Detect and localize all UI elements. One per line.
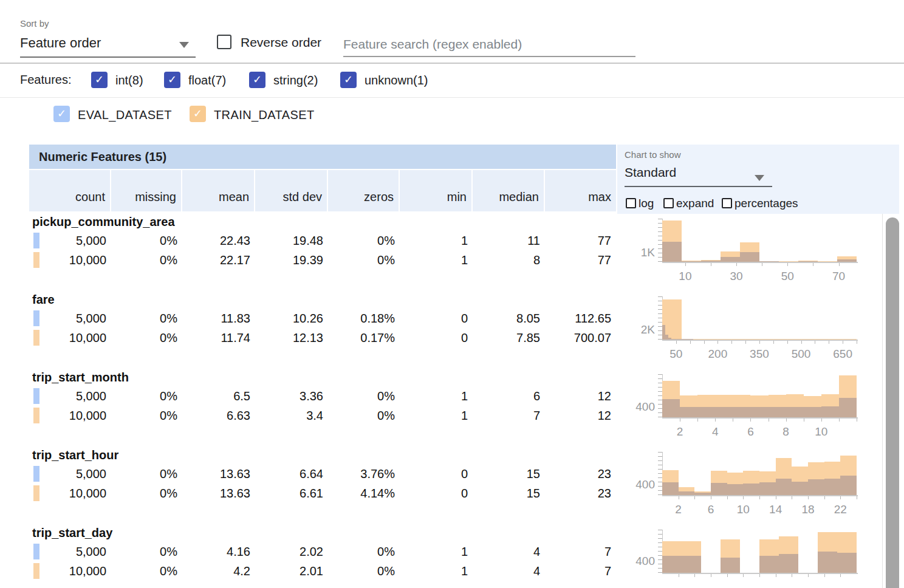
x-axis-tick: [804, 419, 804, 422]
dataset-color-swatch: [33, 408, 39, 423]
x-axis-tick: [697, 419, 698, 422]
stat-cell: 1: [400, 406, 473, 425]
x-axis-tick: [759, 341, 760, 344]
feature-stats-table: pickup_community_area5,0000%22.4319.480%…: [29, 214, 616, 588]
stat-cell: 0.17%: [328, 328, 400, 347]
stat-cell: 5,000: [29, 231, 111, 250]
hist-bar: [792, 482, 808, 495]
filter-checkbox-unknown[interactable]: [340, 72, 357, 88]
x-axis-tick: [733, 419, 733, 422]
feature-block-pickup_community_area: pickup_community_area5,0000%22.4319.480%…: [29, 214, 616, 292]
stat-cell: 22.43: [182, 231, 255, 250]
y-axis-tick: [658, 400, 662, 400]
y-axis-tick: [658, 248, 662, 249]
stat-cell: 11.74: [182, 328, 255, 347]
stat-cell: 0%: [111, 464, 182, 484]
x-axis-tick: [829, 341, 829, 344]
stat-cell: 12.13: [255, 328, 328, 347]
stat-cell: 0.18%: [328, 309, 400, 328]
x-axis-label: 22: [822, 503, 858, 516]
hist-bar: [715, 407, 733, 417]
y-axis-tick: [658, 456, 662, 457]
hist-bar: [821, 406, 839, 417]
stat-cell: 0%: [111, 328, 182, 347]
x-axis-label: 6: [693, 503, 729, 516]
hist-bar: [804, 407, 821, 417]
column-header-std-dev: std dev: [255, 170, 328, 211]
scrollbar-thumb[interactable]: [886, 217, 899, 588]
expand-label: expand: [676, 197, 714, 210]
hist-bar: [839, 398, 857, 417]
x-axis-label: 500: [783, 347, 820, 361]
y-axis-tick: [658, 547, 662, 547]
dataset-checkbox-train[interactable]: [190, 106, 206, 122]
feature-stats-row: 5,0000%22.4319.480%11177: [29, 231, 616, 250]
x-axis-label: 2: [662, 425, 698, 439]
dataset-checkbox-eval[interactable]: [53, 106, 70, 122]
x-axis-label: 10: [803, 425, 840, 439]
stat-cell: 6.5: [182, 386, 255, 406]
y-axis-tick: [658, 564, 662, 564]
filter-checkbox-int[interactable]: [91, 72, 108, 88]
stat-cell: 0%: [111, 406, 182, 425]
stat-cell: 112.65: [545, 309, 616, 328]
stat-cell: 0%: [111, 484, 182, 503]
filter-label-unknown: unknown(1): [365, 74, 428, 87]
x-axis-tick: [685, 263, 686, 266]
x-axis-tick: [792, 574, 792, 577]
x-axis-tick: [839, 419, 840, 422]
x-axis-label: 50: [769, 270, 806, 283]
reverse-order-checkbox[interactable]: [217, 35, 231, 49]
y-axis-label: 1K: [620, 246, 655, 259]
hist-bar: [662, 556, 682, 573]
log-checkbox[interactable]: [626, 198, 636, 208]
dataset-color-swatch: [33, 485, 39, 501]
filter-checkbox-string[interactable]: [249, 72, 265, 88]
y-axis-tick: [658, 551, 662, 552]
histogram-trip_start_day: 400: [620, 525, 863, 588]
stat-cell: 77: [545, 231, 616, 250]
hist-bar: [711, 483, 727, 495]
y-axis-tick: [658, 253, 662, 253]
chart-type-select[interactable]: Standard: [625, 165, 676, 180]
dataset-color-swatch: [33, 330, 39, 346]
percentages-checkbox[interactable]: [722, 198, 732, 208]
stat-cell: 10,000: [29, 406, 111, 425]
sort-by-value: Feature order: [20, 35, 101, 51]
stat-cell: 11: [473, 231, 545, 250]
stat-cell: 0%: [328, 542, 400, 561]
filters-divider: [0, 97, 904, 98]
sort-by-select[interactable]: Feature order: [20, 34, 196, 57]
features-filter-label: Features:: [20, 73, 71, 87]
feature-search-input[interactable]: [343, 33, 635, 57]
stat-cell: 0%: [328, 386, 400, 406]
dataset-label-train: TRAIN_DATASET: [214, 108, 315, 122]
dataset-color-swatch: [33, 252, 39, 268]
expand-checkbox[interactable]: [663, 198, 674, 208]
chevron-down-icon: [755, 175, 764, 181]
y-axis-tick: [658, 538, 662, 539]
dataset-color-swatch: [33, 310, 39, 326]
hist-bar: [733, 407, 750, 417]
stat-cell: 0: [400, 484, 473, 503]
stat-cell: 6.64: [255, 464, 328, 484]
stat-cell: 4: [473, 561, 545, 581]
stat-cell: 4.14%: [328, 484, 400, 503]
x-axis-tick: [773, 341, 774, 344]
y-axis-tick: [658, 395, 662, 396]
y-axis-tick: [658, 482, 662, 482]
filter-checkbox-float[interactable]: [164, 72, 180, 88]
feature-stats-row: 10,0000%11.7412.130.17%07.85700.07: [29, 328, 616, 347]
x-axis-label: 4: [697, 425, 733, 439]
y-axis-tick: [658, 322, 662, 323]
stat-cell: 0%: [111, 309, 182, 328]
x-axis-tick: [715, 419, 716, 422]
stat-cell: 8.05: [473, 309, 545, 328]
y-axis-tick: [658, 244, 662, 245]
x-axis-label: 650: [824, 347, 861, 361]
x-axis-tick: [759, 496, 760, 499]
x-axis-tick: [801, 341, 802, 344]
scrollbar-track[interactable]: [882, 214, 904, 588]
x-axis-tick: [743, 496, 744, 499]
x-axis-label: 350: [741, 347, 778, 361]
